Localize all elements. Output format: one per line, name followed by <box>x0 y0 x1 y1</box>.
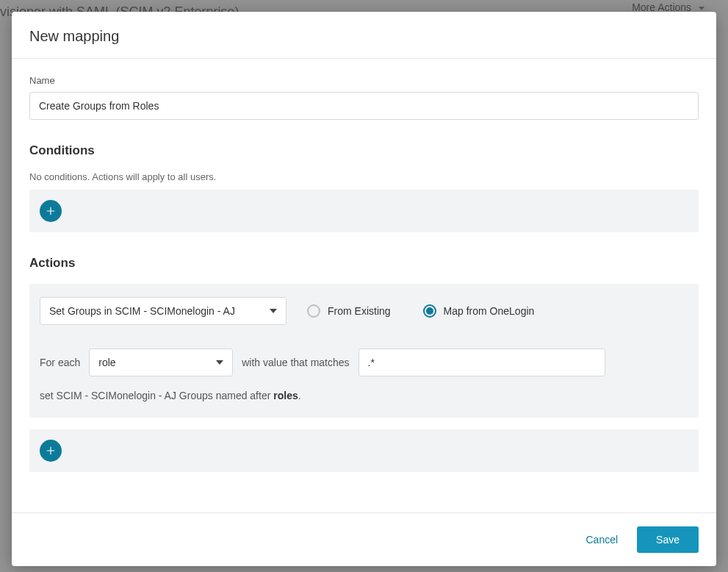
plus-icon <box>46 206 56 216</box>
result-roles: roles <box>273 390 298 401</box>
conditions-panel <box>29 190 699 232</box>
actions-panel: Set Groups in SCIM - SCIMonelogin - AJ F… <box>29 284 699 418</box>
plus-icon <box>46 446 56 456</box>
value-matches-label: with value that matches <box>242 357 349 368</box>
modal-body: Name Conditions No conditions. Actions w… <box>12 59 716 512</box>
actions-title: Actions <box>29 256 699 271</box>
value-matches-input[interactable] <box>358 348 605 376</box>
radio-map-from-onelogin[interactable]: Map from OneLogin <box>423 304 535 318</box>
radio-icon-checked <box>423 304 436 318</box>
modal-header: New mapping <box>12 12 716 59</box>
result-prefix: set SCIM - SCIMonelogin - AJ Groups name… <box>40 390 273 401</box>
save-button[interactable]: Save <box>637 526 699 553</box>
chevron-down-icon <box>270 309 277 313</box>
radio-from-existing-label: From Existing <box>328 305 391 317</box>
source-radio-group: From Existing Map from OneLogin <box>307 304 534 318</box>
for-each-row: For each role with value that matches <box>40 348 688 376</box>
conditions-title: Conditions <box>29 143 699 158</box>
action-row: Set Groups in SCIM - SCIMonelogin - AJ F… <box>40 297 688 325</box>
result-suffix: . <box>298 390 301 401</box>
radio-from-existing[interactable]: From Existing <box>307 304 391 318</box>
add-condition-button[interactable] <box>40 200 62 222</box>
modal-footer: Cancel Save <box>12 512 716 566</box>
modal-title: New mapping <box>29 28 699 45</box>
chevron-down-icon <box>216 360 223 365</box>
for-each-select[interactable]: role <box>89 348 233 376</box>
radio-map-from-onelogin-label: Map from OneLogin <box>444 305 535 317</box>
name-input[interactable] <box>29 92 699 120</box>
for-each-value: role <box>98 357 115 368</box>
result-sentence: set SCIM - SCIMonelogin - AJ Groups name… <box>40 390 688 401</box>
action-type-value: Set Groups in SCIM - SCIMonelogin - AJ <box>49 305 235 317</box>
add-action-button[interactable] <box>40 440 62 462</box>
conditions-empty-text: No conditions. Actions will apply to all… <box>29 171 699 182</box>
new-mapping-modal: New mapping Name Conditions No condition… <box>12 12 716 566</box>
cancel-button[interactable]: Cancel <box>583 528 621 551</box>
radio-icon <box>307 304 320 318</box>
radio-dot-icon <box>426 307 433 315</box>
name-label: Name <box>29 75 699 86</box>
for-each-label: For each <box>40 357 80 368</box>
actions-add-panel <box>29 429 699 472</box>
action-type-select[interactable]: Set Groups in SCIM - SCIMonelogin - AJ <box>40 297 286 325</box>
